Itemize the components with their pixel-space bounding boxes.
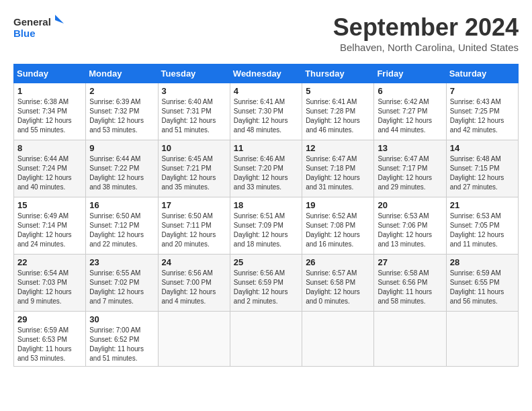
calendar-day-cell: 2Sunrise: 6:39 AMSunset: 7:32 PMDaylight… — [86, 83, 158, 140]
day-info: Sunrise: 6:56 AMSunset: 6:59 PMDaylight:… — [234, 269, 298, 306]
day-info: Sunrise: 6:50 AMSunset: 7:12 PMDaylight:… — [89, 212, 154, 249]
day-number: 30 — [89, 314, 154, 324]
weekday-header-thursday: Thursday — [302, 64, 374, 83]
day-number: 27 — [378, 257, 442, 267]
day-info: Sunrise: 6:53 AMSunset: 7:06 PMDaylight:… — [378, 212, 442, 249]
day-info: Sunrise: 6:47 AMSunset: 7:18 PMDaylight:… — [306, 154, 370, 192]
day-number: 25 — [234, 257, 298, 267]
month-title: September 2024 — [333, 13, 519, 42]
day-info: Sunrise: 6:59 AMSunset: 6:55 PMDaylight:… — [450, 269, 515, 306]
calendar-day-cell: 14Sunrise: 6:48 AMSunset: 7:15 PMDayligh… — [446, 140, 518, 197]
day-info: Sunrise: 6:56 AMSunset: 7:00 PMDaylight:… — [162, 269, 226, 306]
day-info: Sunrise: 6:39 AMSunset: 7:32 PMDaylight:… — [89, 97, 154, 135]
calendar-day-cell — [446, 312, 518, 367]
day-info: Sunrise: 6:53 AMSunset: 7:05 PMDaylight:… — [450, 212, 515, 249]
day-number: 3 — [162, 86, 226, 96]
day-info: Sunrise: 6:41 AMSunset: 7:30 PMDaylight:… — [234, 97, 298, 135]
day-info: Sunrise: 6:58 AMSunset: 6:56 PMDaylight:… — [378, 269, 442, 306]
calendar-day-cell: 17Sunrise: 6:50 AMSunset: 7:11 PMDayligh… — [158, 197, 230, 255]
day-number: 15 — [17, 200, 82, 210]
day-number: 2 — [89, 86, 154, 96]
calendar-day-cell: 16Sunrise: 6:50 AMSunset: 7:12 PMDayligh… — [86, 197, 158, 255]
calendar-day-cell: 7Sunrise: 6:43 AMSunset: 7:25 PMDaylight… — [446, 83, 518, 140]
day-number: 29 — [17, 314, 82, 324]
weekday-header-saturday: Saturday — [446, 64, 518, 83]
calendar-day-cell: 24Sunrise: 6:56 AMSunset: 7:00 PMDayligh… — [158, 255, 230, 312]
calendar-day-cell: 19Sunrise: 6:52 AMSunset: 7:08 PMDayligh… — [302, 197, 374, 255]
svg-marker-2 — [55, 15, 64, 24]
day-info: Sunrise: 6:50 AMSunset: 7:11 PMDaylight:… — [162, 212, 226, 249]
day-info: Sunrise: 6:43 AMSunset: 7:25 PMDaylight:… — [450, 97, 515, 135]
day-number: 4 — [234, 86, 298, 96]
title-block: September 2024 Belhaven, North Carolina,… — [333, 13, 519, 53]
day-info: Sunrise: 6:54 AMSunset: 7:03 PMDaylight:… — [17, 269, 82, 306]
calendar-day-cell — [158, 312, 230, 367]
calendar-day-cell: 22Sunrise: 6:54 AMSunset: 7:03 PMDayligh… — [14, 255, 86, 312]
day-info: Sunrise: 7:00 AMSunset: 6:52 PMDaylight:… — [89, 326, 154, 363]
calendar-day-cell: 8Sunrise: 6:44 AMSunset: 7:24 PMDaylight… — [14, 140, 86, 197]
day-info: Sunrise: 6:44 AMSunset: 7:24 PMDaylight:… — [17, 154, 82, 192]
day-info: Sunrise: 6:49 AMSunset: 7:14 PMDaylight:… — [17, 212, 82, 249]
calendar-day-cell — [302, 312, 374, 367]
calendar-week-row: 8Sunrise: 6:44 AMSunset: 7:24 PMDaylight… — [14, 140, 519, 197]
day-number: 9 — [89, 143, 154, 153]
day-info: Sunrise: 6:44 AMSunset: 7:22 PMDaylight:… — [89, 154, 154, 192]
day-number: 14 — [450, 143, 515, 153]
calendar-table: SundayMondayTuesdayWednesdayThursdayFrid… — [13, 64, 519, 367]
day-info: Sunrise: 6:41 AMSunset: 7:28 PMDaylight:… — [306, 97, 370, 135]
weekday-header-row: SundayMondayTuesdayWednesdayThursdayFrid… — [14, 64, 519, 83]
day-number: 5 — [306, 86, 370, 96]
calendar-day-cell: 9Sunrise: 6:44 AMSunset: 7:22 PMDaylight… — [86, 140, 158, 197]
day-info: Sunrise: 6:59 AMSunset: 6:53 PMDaylight:… — [17, 326, 82, 363]
day-info: Sunrise: 6:48 AMSunset: 7:15 PMDaylight:… — [450, 154, 515, 192]
calendar-week-row: 29Sunrise: 6:59 AMSunset: 6:53 PMDayligh… — [14, 312, 519, 367]
weekday-header-monday: Monday — [86, 64, 158, 83]
day-info: Sunrise: 6:55 AMSunset: 7:02 PMDaylight:… — [89, 269, 154, 306]
calendar-week-row: 22Sunrise: 6:54 AMSunset: 7:03 PMDayligh… — [14, 255, 519, 312]
day-number: 8 — [17, 143, 82, 153]
weekday-header-tuesday: Tuesday — [158, 64, 230, 83]
day-number: 21 — [450, 200, 515, 210]
day-number: 10 — [162, 143, 226, 153]
day-info: Sunrise: 6:38 AMSunset: 7:34 PMDaylight:… — [17, 97, 82, 135]
day-info: Sunrise: 6:47 AMSunset: 7:17 PMDaylight:… — [378, 154, 442, 192]
day-number: 23 — [89, 257, 154, 267]
svg-text:Blue: Blue — [13, 28, 36, 39]
calendar-week-row: 1Sunrise: 6:38 AMSunset: 7:34 PMDaylight… — [14, 83, 519, 140]
calendar-day-cell: 1Sunrise: 6:38 AMSunset: 7:34 PMDaylight… — [14, 83, 86, 140]
day-number: 20 — [378, 200, 442, 210]
calendar-week-row: 15Sunrise: 6:49 AMSunset: 7:14 PMDayligh… — [14, 197, 519, 255]
day-info: Sunrise: 6:46 AMSunset: 7:20 PMDaylight:… — [234, 154, 298, 192]
calendar-day-cell: 18Sunrise: 6:51 AMSunset: 7:09 PMDayligh… — [230, 197, 302, 255]
calendar-day-cell: 13Sunrise: 6:47 AMSunset: 7:17 PMDayligh… — [374, 140, 446, 197]
day-number: 7 — [450, 86, 515, 96]
day-info: Sunrise: 6:42 AMSunset: 7:27 PMDaylight:… — [378, 97, 442, 135]
location: Belhaven, North Carolina, United States — [333, 42, 519, 53]
day-info: Sunrise: 6:45 AMSunset: 7:21 PMDaylight:… — [162, 154, 226, 192]
day-info: Sunrise: 6:40 AMSunset: 7:31 PMDaylight:… — [162, 97, 226, 135]
day-number: 26 — [306, 257, 370, 267]
day-number: 28 — [450, 257, 515, 267]
calendar-day-cell — [230, 312, 302, 367]
calendar-day-cell — [374, 312, 446, 367]
calendar-day-cell: 20Sunrise: 6:53 AMSunset: 7:06 PMDayligh… — [374, 197, 446, 255]
weekday-header-sunday: Sunday — [14, 64, 86, 83]
calendar-day-cell: 25Sunrise: 6:56 AMSunset: 6:59 PMDayligh… — [230, 255, 302, 312]
day-info: Sunrise: 6:52 AMSunset: 7:08 PMDaylight:… — [306, 212, 370, 249]
day-number: 24 — [162, 257, 226, 267]
calendar-day-cell: 26Sunrise: 6:57 AMSunset: 6:58 PMDayligh… — [302, 255, 374, 312]
day-number: 22 — [17, 257, 82, 267]
calendar-day-cell: 12Sunrise: 6:47 AMSunset: 7:18 PMDayligh… — [302, 140, 374, 197]
calendar-day-cell: 27Sunrise: 6:58 AMSunset: 6:56 PMDayligh… — [374, 255, 446, 312]
calendar-day-cell: 4Sunrise: 6:41 AMSunset: 7:30 PMDaylight… — [230, 83, 302, 140]
day-number: 11 — [234, 143, 298, 153]
day-number: 18 — [234, 200, 298, 210]
calendar-day-cell: 11Sunrise: 6:46 AMSunset: 7:20 PMDayligh… — [230, 140, 302, 197]
calendar-day-cell: 10Sunrise: 6:45 AMSunset: 7:21 PMDayligh… — [158, 140, 230, 197]
calendar-day-cell: 29Sunrise: 6:59 AMSunset: 6:53 PMDayligh… — [14, 312, 86, 367]
day-info: Sunrise: 6:51 AMSunset: 7:09 PMDaylight:… — [234, 212, 298, 249]
calendar-day-cell: 21Sunrise: 6:53 AMSunset: 7:05 PMDayligh… — [446, 197, 518, 255]
day-number: 6 — [378, 86, 442, 96]
day-number: 13 — [378, 143, 442, 153]
calendar-day-cell: 6Sunrise: 6:42 AMSunset: 7:27 PMDaylight… — [374, 83, 446, 140]
